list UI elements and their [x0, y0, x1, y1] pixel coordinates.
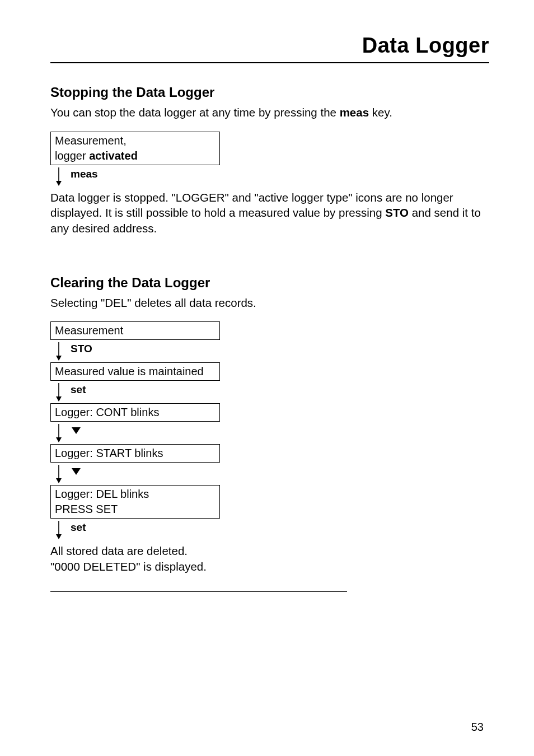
text-line: All stored data are deleted.	[50, 544, 188, 557]
box-line: Measurement,	[55, 133, 216, 148]
step-label: set	[71, 384, 86, 396]
box-line: Logger: DEL blinks	[55, 487, 216, 502]
text-bold: STO	[385, 206, 409, 219]
step-label: meas	[71, 168, 98, 180]
section-heading-stopping: Stopping the Data Logger	[50, 85, 489, 100]
state-box: Logger: DEL blinks PRESS SET	[50, 485, 220, 519]
arrow-down-icon	[55, 341, 63, 361]
triangle-down-icon	[71, 467, 82, 476]
triangle-down-icon	[71, 426, 82, 435]
text-bold: meas	[340, 106, 369, 119]
box-line: Measured value is maintained	[55, 365, 204, 377]
box-line: PRESS SET	[55, 502, 216, 517]
flow-step: STO	[50, 340, 489, 362]
box-line: Logger: START blinks	[55, 447, 163, 459]
arrow-down-icon	[55, 423, 63, 443]
svg-marker-11	[72, 468, 81, 475]
arrow-down-icon	[55, 464, 63, 484]
svg-marker-3	[56, 356, 62, 361]
text-span: key.	[369, 106, 392, 119]
flow-step	[50, 422, 489, 444]
box-line: logger activated	[55, 148, 216, 164]
step-label: set	[71, 521, 86, 534]
body-text: You can stop the data logger at any time…	[50, 105, 489, 120]
svg-marker-13	[56, 534, 62, 539]
arrow-down-icon	[55, 166, 63, 186]
state-box: Logger: CONT blinks	[50, 403, 220, 422]
flow-step: set	[50, 381, 489, 403]
body-text: Selecting "DEL" deletes all data records…	[50, 295, 489, 311]
page-title: Data Logger	[50, 34, 489, 58]
svg-marker-8	[72, 427, 81, 434]
state-box: Measured value is maintained	[50, 362, 220, 381]
state-box: Measurement	[50, 321, 220, 340]
text-bold: activated	[89, 150, 138, 162]
section-heading-clearing: Clearing the Data Logger	[50, 275, 489, 291]
arrow-down-icon	[55, 382, 63, 402]
box-line: Measurement	[55, 324, 123, 337]
svg-marker-5	[56, 396, 62, 402]
arrow-down-icon	[55, 520, 63, 540]
svg-marker-7	[56, 437, 62, 442]
state-box: Measurement, logger activated	[50, 132, 220, 165]
svg-marker-10	[56, 478, 62, 483]
text-span: logger	[55, 150, 89, 162]
footer-rule	[50, 591, 347, 592]
page-number: 53	[471, 721, 484, 734]
flow-step	[50, 463, 489, 485]
svg-marker-1	[56, 181, 62, 186]
flow-step: set	[50, 519, 489, 541]
state-box: Logger: START blinks	[50, 444, 220, 463]
result-text: Data logger is stopped. "LOGGER" and "ac…	[50, 190, 489, 236]
flow-step: meas	[50, 165, 489, 188]
box-line: Logger: CONT blinks	[55, 406, 159, 418]
text-span: You can stop the data logger at any time…	[50, 106, 340, 119]
step-label: STO	[71, 343, 92, 355]
page-header: Data Logger	[50, 34, 489, 63]
result-text: All stored data are deleted. "0000 DELET…	[50, 543, 489, 574]
text-line: "0000 DELETED" is displayed.	[50, 560, 207, 573]
